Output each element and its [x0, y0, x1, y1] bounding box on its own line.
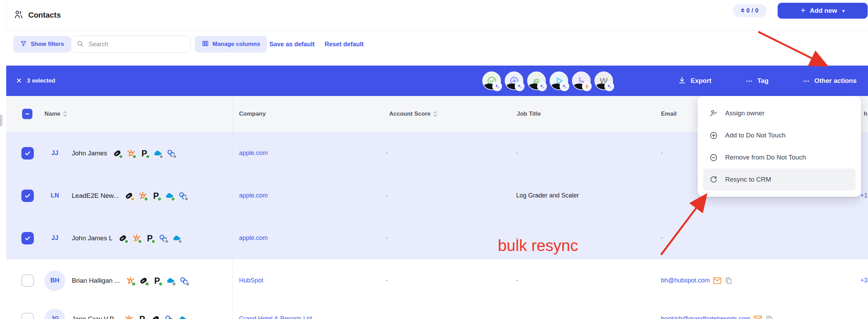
email-cell: -	[661, 217, 663, 259]
filter-icon	[20, 40, 27, 49]
sort-icon	[63, 110, 67, 117]
column-header-partial: h	[864, 96, 867, 132]
account-score-value: -	[386, 174, 388, 217]
show-filters-button[interactable]: Show filters	[13, 36, 71, 52]
avatar: BH	[45, 270, 65, 291]
sync-status-dot	[138, 239, 142, 244]
other-actions-button[interactable]: ⋯ Other actions	[803, 77, 857, 85]
search-icon	[77, 40, 84, 49]
company-link[interactable]: apple.com	[239, 174, 268, 217]
column-header-name[interactable]: Name	[45, 96, 67, 132]
menu-item-remove-do-not-touch[interactable]: Remove from Do Not Touch	[703, 146, 856, 168]
sparkle-badge-icon	[560, 81, 569, 91]
phone-partial[interactable]: +3	[860, 259, 868, 302]
copy-icon[interactable]	[766, 315, 773, 319]
column-divider	[233, 96, 233, 319]
column-header-company[interactable]: Company	[239, 96, 266, 132]
column-header-email[interactable]: Email	[661, 96, 677, 132]
column-header-job-title[interactable]: Job Title	[517, 96, 541, 132]
sync-status-dot	[146, 154, 150, 159]
column-header-account-score[interactable]: Account Score	[389, 96, 437, 132]
company-link[interactable]: apple.com	[239, 217, 268, 259]
search-box[interactable]	[71, 36, 191, 53]
columns-icon	[202, 40, 209, 49]
sync-status-dot	[171, 197, 175, 201]
assign-owner-icon	[709, 109, 718, 118]
crm-sync-icons: P	[113, 149, 176, 158]
contact-name[interactable]: Brian Halligan ...	[72, 277, 120, 284]
hubspot-icon	[126, 276, 135, 285]
copy-icon[interactable]	[725, 277, 732, 284]
close-icon[interactable]: ✕	[16, 66, 22, 96]
other-actions-label: Other actions	[815, 77, 857, 85]
email-cell: bookish@grandhotelresorts.com	[661, 298, 773, 319]
add-new-button[interactable]: + Add new ▾	[778, 3, 868, 19]
menu-item-add-do-not-touch[interactable]: Add to Do Not Touch	[703, 124, 856, 146]
plus-agent-icon[interactable]	[505, 71, 523, 90]
company-link[interactable]: HubSpot	[239, 259, 263, 302]
crm-sync-icons: P	[118, 234, 181, 243]
sync-status-dot	[159, 154, 164, 159]
chevron-down-icon: ▾	[842, 8, 845, 13]
row-checkbox[interactable]	[21, 232, 34, 244]
sync-status-dot	[165, 239, 169, 244]
row-checkbox[interactable]	[21, 147, 34, 160]
hubspot-icon	[126, 149, 135, 158]
contacts-page: Contacts ¢ 0 / 0 + Add new ▾ Show filter…	[0, 0, 868, 319]
company-link[interactable]: Grand Hotel & Resorts Ltd	[239, 298, 312, 319]
bolt-badge-icon	[582, 81, 592, 91]
row-checkbox[interactable]	[21, 313, 34, 319]
email-link[interactable]: bh@hubspot.com	[661, 277, 710, 284]
lemlist-icon	[118, 234, 127, 243]
manage-columns-button[interactable]: Manage columns	[195, 36, 267, 52]
check-agent-icon[interactable]	[482, 71, 501, 90]
table-row[interactable]: JJ John James L P apple.com - - -	[6, 217, 868, 260]
ellipsis-icon: ⋯	[803, 77, 810, 85]
save-as-default-link[interactable]: Save as default	[269, 36, 315, 52]
contact-name[interactable]: John James L	[72, 234, 112, 242]
email-link[interactable]: bookish@grandhotelresorts.com	[661, 315, 750, 319]
manage-columns-label: Manage columns	[213, 41, 260, 48]
credits-badge: ¢ 0 / 0	[733, 4, 767, 17]
zigzag-agent-icon[interactable]	[572, 71, 591, 90]
sync-status-dot	[151, 239, 156, 244]
lemlist-icon	[151, 315, 160, 319]
menu-item-resync-to-crm[interactable]: Resync to CRM	[703, 168, 856, 191]
reset-default-link[interactable]: Reset default	[325, 36, 364, 52]
sync-status-dot	[185, 282, 190, 286]
row-checkbox[interactable]	[21, 190, 34, 202]
lemlist-icon	[125, 191, 134, 200]
play-agent-icon[interactable]	[550, 71, 568, 90]
sparkle-badge-icon	[604, 81, 614, 91]
table-row[interactable]: BH Brian Halligan ... P HubSpot - - bh@h…	[6, 259, 868, 302]
sort-icon	[433, 110, 437, 117]
avatar: JJ	[45, 143, 65, 164]
phone-partial[interactable]: +1	[860, 174, 868, 217]
email-cell: -	[661, 132, 663, 174]
export-button[interactable]: Export	[678, 76, 711, 86]
chat-agent-icon[interactable]	[527, 71, 546, 90]
show-filters-label: Show filters	[31, 41, 64, 48]
sparkle-badge-icon	[515, 81, 524, 91]
contact-name[interactable]: LeadE2E New...	[72, 192, 119, 200]
link-icon	[178, 191, 187, 200]
sync-status-dot	[124, 239, 129, 244]
company-link[interactable]: apple.com	[239, 132, 268, 174]
link-icon	[179, 276, 188, 285]
tag-button[interactable]: ⋯ Tag	[746, 77, 768, 85]
w-agent-icon[interactable]: w	[594, 71, 613, 90]
row-checkbox[interactable]	[21, 274, 34, 287]
menu-item-assign-owner[interactable]: Assign owner	[703, 102, 856, 124]
selected-count: 3 selected	[27, 66, 55, 96]
sync-status-dot	[178, 239, 183, 244]
account-score-value: -	[386, 259, 388, 302]
link-icon	[159, 234, 168, 243]
salesforce-icon	[153, 149, 162, 158]
select-all-checkbox[interactable]	[22, 109, 32, 119]
search-input[interactable]	[88, 40, 176, 48]
account-score-value: -	[386, 217, 388, 259]
contact-name[interactable]: John James	[72, 149, 107, 157]
table-row[interactable]: JG Jane Gray V.P... P Grand Hotel & Reso…	[6, 298, 868, 319]
job-title-value: -	[516, 132, 518, 174]
contact-name[interactable]: Jane Gray V.P...	[72, 315, 118, 319]
